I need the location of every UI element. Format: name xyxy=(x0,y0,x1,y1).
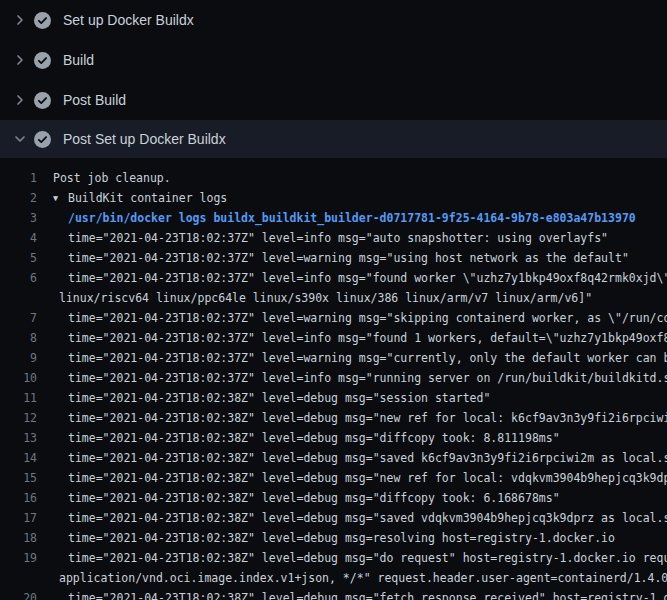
log-text: time="2021-04-23T18:02:38Z" level=debug … xyxy=(37,548,667,568)
chevron-right-icon[interactable] xyxy=(12,92,28,108)
line-number[interactable]: 8 xyxy=(0,328,37,348)
log-text: time="2021-04-23T18:02:37Z" level=warnin… xyxy=(37,248,629,268)
log-text: ▼BuildKit container logs xyxy=(37,188,227,208)
log-line: 20time="2021-04-23T18:02:38Z" level=debu… xyxy=(0,588,667,600)
log-text: time="2021-04-23T18:02:38Z" level=debug … xyxy=(37,468,667,488)
log-line: 16time="2021-04-23T18:02:38Z" level=debu… xyxy=(0,488,667,508)
log-text: time="2021-04-23T18:02:37Z" level=info m… xyxy=(37,328,667,348)
log-text: application/vnd.oci.image.index.v1+json,… xyxy=(37,568,667,588)
line-number[interactable]: 12 xyxy=(0,408,37,428)
check-circle-icon xyxy=(34,52,51,69)
line-number[interactable]: 19 xyxy=(0,548,37,568)
log-line: 10time="2021-04-23T18:02:37Z" level=info… xyxy=(0,368,667,388)
log-line: 4time="2021-04-23T18:02:37Z" level=info … xyxy=(0,228,667,248)
chevron-right-icon[interactable] xyxy=(12,12,28,28)
line-number[interactable]: 17 xyxy=(0,508,37,528)
log-line-continuation: application/vnd.oci.image.index.v1+json,… xyxy=(0,568,667,588)
step-row-post-build[interactable]: Post Build xyxy=(0,80,667,120)
log-line: 3/usr/bin/docker logs buildx_buildkit_bu… xyxy=(0,208,667,228)
line-number[interactable]: 7 xyxy=(0,308,37,328)
log-line: 15time="2021-04-23T18:02:38Z" level=debu… xyxy=(0,468,667,488)
log-line: 7time="2021-04-23T18:02:37Z" level=warni… xyxy=(0,308,667,328)
log-text: time="2021-04-23T18:02:38Z" level=debug … xyxy=(37,448,667,468)
log-line-continuation: linux/riscv64 linux/ppc64le linux/s390x … xyxy=(0,288,667,308)
log-area: 1Post job cleanup.2▼BuildKit container l… xyxy=(0,158,667,600)
line-number xyxy=(0,568,37,588)
group-collapse-icon[interactable]: ▼ xyxy=(53,188,68,208)
log-line: 18time="2021-04-23T18:02:38Z" level=debu… xyxy=(0,528,667,548)
log-text: time="2021-04-23T18:02:38Z" level=debug … xyxy=(37,528,615,548)
log-text: Post job cleanup. xyxy=(37,168,171,188)
line-number[interactable]: 18 xyxy=(0,528,37,548)
log-line: 12time="2021-04-23T18:02:38Z" level=debu… xyxy=(0,408,667,428)
log-line: 6time="2021-04-23T18:02:37Z" level=info … xyxy=(0,268,667,288)
step-list: Set up Docker Buildx Build Post Build xyxy=(0,0,667,158)
step-row-post-set-up-docker-buildx[interactable]: Post Set up Docker Buildx xyxy=(0,120,667,158)
check-circle-icon xyxy=(34,131,51,148)
log-text: time="2021-04-23T18:02:38Z" level=debug … xyxy=(37,508,667,528)
log-text: time="2021-04-23T18:02:37Z" level=warnin… xyxy=(37,308,667,328)
step-label: Post Set up Docker Buildx xyxy=(63,131,226,147)
log-line: 13time="2021-04-23T18:02:38Z" level=debu… xyxy=(0,428,667,448)
check-circle-icon xyxy=(34,12,51,29)
log-command-text: /usr/bin/docker logs buildx_buildkit_bui… xyxy=(37,208,636,228)
line-number[interactable]: 16 xyxy=(0,488,37,508)
log-text: time="2021-04-23T18:02:38Z" level=debug … xyxy=(37,408,667,428)
line-number[interactable]: 2 xyxy=(0,188,37,208)
line-number[interactable]: 10 xyxy=(0,368,37,388)
log-line: 9time="2021-04-23T18:02:37Z" level=warni… xyxy=(0,348,667,368)
group-title: BuildKit container logs xyxy=(68,191,227,205)
log-line: 17time="2021-04-23T18:02:38Z" level=debu… xyxy=(0,508,667,528)
line-number[interactable]: 1 xyxy=(0,168,37,188)
log-text: time="2021-04-23T18:02:38Z" level=debug … xyxy=(37,388,490,408)
line-number[interactable]: 13 xyxy=(0,428,37,448)
log-text: time="2021-04-23T18:02:38Z" level=debug … xyxy=(37,428,560,448)
actions-log-viewer: Set up Docker Buildx Build Post Build xyxy=(0,0,667,600)
line-number[interactable]: 11 xyxy=(0,388,37,408)
chevron-down-icon[interactable] xyxy=(12,131,28,147)
step-label: Build xyxy=(63,52,94,68)
log-text: time="2021-04-23T18:02:37Z" level=info m… xyxy=(37,268,667,288)
step-row-build[interactable]: Build xyxy=(0,40,667,80)
line-number[interactable]: 20 xyxy=(0,588,37,600)
log-text: time="2021-04-23T18:02:38Z" level=debug … xyxy=(37,588,667,600)
step-row-set-up-docker-buildx[interactable]: Set up Docker Buildx xyxy=(0,0,667,40)
log-line: 11time="2021-04-23T18:02:38Z" level=debu… xyxy=(0,388,667,408)
line-number[interactable]: 5 xyxy=(0,248,37,268)
line-number[interactable]: 6 xyxy=(0,268,37,288)
chevron-right-icon[interactable] xyxy=(12,52,28,68)
log-line: 8time="2021-04-23T18:02:37Z" level=info … xyxy=(0,328,667,348)
line-number[interactable]: 15 xyxy=(0,468,37,488)
log-line: 2▼BuildKit container logs xyxy=(0,188,667,208)
log-text: time="2021-04-23T18:02:37Z" level=info m… xyxy=(37,228,608,248)
line-number[interactable]: 3 xyxy=(0,208,37,228)
step-label: Set up Docker Buildx xyxy=(63,12,194,28)
log-line: 14time="2021-04-23T18:02:38Z" level=debu… xyxy=(0,448,667,468)
line-number[interactable]: 9 xyxy=(0,348,37,368)
log-text: time="2021-04-23T18:02:37Z" level=warnin… xyxy=(37,348,667,368)
log-text: time="2021-04-23T18:02:38Z" level=debug … xyxy=(37,488,560,508)
log-line: 19time="2021-04-23T18:02:38Z" level=debu… xyxy=(0,548,667,568)
check-circle-icon xyxy=(34,92,51,109)
line-number[interactable]: 14 xyxy=(0,448,37,468)
line-number[interactable]: 4 xyxy=(0,228,37,248)
log-text: time="2021-04-23T18:02:37Z" level=info m… xyxy=(37,368,667,388)
log-text: linux/riscv64 linux/ppc64le linux/s390x … xyxy=(37,288,592,308)
step-label: Post Build xyxy=(63,92,126,108)
log-line: 5time="2021-04-23T18:02:37Z" level=warni… xyxy=(0,248,667,268)
line-number xyxy=(0,288,37,308)
log-line: 1Post job cleanup. xyxy=(0,168,667,188)
